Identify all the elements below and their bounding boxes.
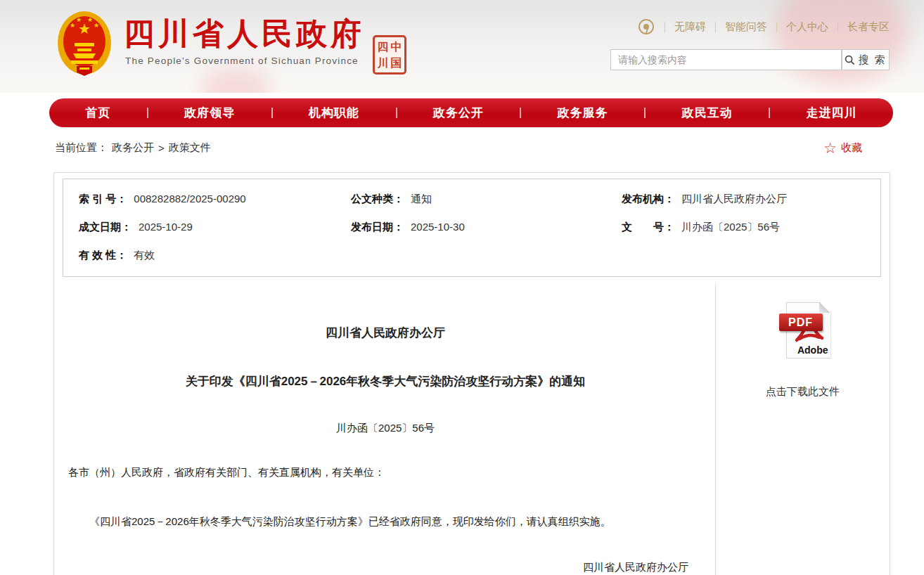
- nav-separator: [520, 108, 521, 118]
- breadcrumb-label: 当前位置：: [55, 141, 108, 155]
- search-input[interactable]: [610, 49, 842, 70]
- sichuan-china-seal: 四 中 川 国: [373, 35, 406, 75]
- metadata-field-publish-date: 发布日期： 2025-10-30: [351, 221, 622, 234]
- svg-text:★: ★: [78, 21, 91, 37]
- search-button[interactable]: 搜 索: [842, 49, 890, 70]
- metadata-field-written-date: 成文日期： 2025-10-29: [79, 221, 351, 234]
- site-title[interactable]: 四川省人民政府: [124, 17, 365, 51]
- background-watermark: [200, 69, 271, 93]
- main-navigation: 首页 政府领导 机构职能 政务公开 政务服务 政民互动 走进四川: [49, 98, 893, 127]
- pdf-file-icon[interactable]: Adobe PDF: [769, 302, 837, 360]
- metadata-field-document-type: 公文种类： 通知: [351, 193, 622, 206]
- field-value: 有效: [134, 249, 155, 262]
- breadcrumb: 当前位置： 政务公开 > 政策文件: [55, 141, 211, 155]
- document-panel: 索 引 号： 008282882/2025-00290 公文种类： 通知 发布机…: [53, 172, 890, 575]
- link-accessibility[interactable]: 无障碍: [674, 20, 706, 34]
- nav-item-government-affairs[interactable]: 政务公开: [433, 105, 484, 121]
- field-label: 发布机构：: [622, 193, 674, 206]
- nav-separator: [271, 108, 273, 118]
- field-label: 公文种类：: [351, 193, 404, 206]
- nav-item-institutional-functions[interactable]: 机构职能: [309, 105, 359, 121]
- nav-item-home[interactable]: 首页: [85, 105, 110, 121]
- field-value: 008282882/2025-00290: [134, 193, 245, 205]
- metadata-field-validity: 有 效 性： 有效: [79, 249, 351, 262]
- metadata-field-issuing-agency: 发布机构： 四川省人民政府办公厅: [622, 193, 880, 206]
- metadata-field-index-number: 索 引 号： 008282882/2025-00290: [79, 193, 351, 206]
- field-label: 成文日期：: [79, 221, 131, 234]
- seal-char: 国: [391, 58, 402, 69]
- link-smart-qa[interactable]: 智能问答: [725, 20, 767, 34]
- svg-text:★: ★: [76, 16, 82, 23]
- field-value: 2025-10-29: [139, 221, 193, 233]
- voice-accessibility-icon[interactable]: [639, 19, 654, 34]
- nav-separator: [396, 108, 397, 118]
- divider: [665, 22, 665, 32]
- search-bar: 搜 索: [610, 49, 890, 70]
- field-label: 有 效 性：: [79, 249, 127, 262]
- document-title: 关于印发《四川省2025－2026年秋冬季大气污染防治攻坚行动方案》的通知: [68, 373, 702, 389]
- utility-links: 无障碍 智能问答 个人中心 长者专区: [639, 19, 890, 34]
- link-senior-zone[interactable]: 长者专区: [847, 20, 890, 34]
- page: ★ ★ ★ ★ ★ 四川省人民政府 The People's Governmen…: [0, 0, 924, 575]
- nav-item-public-interaction[interactable]: 政民互动: [682, 105, 733, 121]
- seal-char: 四: [378, 41, 389, 53]
- download-sidebar: Adobe PDF 点击下载此文件: [715, 284, 890, 575]
- document-number: 川办函〔2025〕56号: [68, 422, 702, 435]
- document-signature: 四川省人民政府办公厅: [68, 561, 702, 574]
- svg-text:★: ★: [70, 22, 75, 29]
- favorite-button[interactable]: ☆ 收藏: [823, 141, 862, 155]
- metadata-row: 索 引 号： 008282882/2025-00290 公文种类： 通知 发布机…: [63, 185, 880, 213]
- search-button-label: 搜 索: [858, 53, 886, 67]
- field-value: 川办函〔2025〕56号: [681, 221, 780, 234]
- nav-separator: [147, 108, 148, 118]
- field-value: 2025-10-30: [411, 221, 465, 233]
- site-header: ★ ★ ★ ★ ★ 四川省人民政府 The People's Governmen…: [0, 0, 924, 93]
- breadcrumb-item-policy-documents[interactable]: 政策文件: [169, 141, 211, 155]
- field-label: 发布日期：: [351, 221, 404, 234]
- metadata-row: 有 效 性： 有效: [63, 241, 880, 269]
- svg-text:★: ★: [94, 22, 99, 29]
- download-file-link[interactable]: 点击下载此文件: [766, 385, 840, 399]
- nav-separator: [644, 108, 646, 118]
- svg-text:★: ★: [87, 16, 93, 23]
- document-metadata-table: 索 引 号： 008282882/2025-00290 公文种类： 通知 发布机…: [63, 179, 881, 277]
- nav-item-government-leaders[interactable]: 政府领导: [184, 105, 235, 121]
- divider: [776, 22, 777, 32]
- metadata-row: 成文日期： 2025-10-29 发布日期： 2025-10-30 文 号： 川…: [63, 213, 880, 241]
- link-personal-center[interactable]: 个人中心: [786, 20, 828, 34]
- divider: [838, 22, 838, 32]
- document-salutation: 各市（州）人民政府，省政府有关部门、有关直属机构，有关单位：: [68, 466, 702, 479]
- divider: [715, 22, 716, 32]
- favorite-label: 收藏: [841, 141, 862, 155]
- field-value: 四川省人民政府办公厅: [681, 193, 787, 206]
- star-icon: ☆: [823, 141, 837, 155]
- search-icon: [845, 55, 855, 65]
- field-label: 文 号：: [622, 221, 674, 234]
- adobe-brand-label: Adobe: [797, 344, 828, 356]
- document-content: 四川省人民政府办公厅 关于印发《四川省2025－2026年秋冬季大气污染防治攻坚…: [54, 284, 715, 575]
- background-watermark: [774, 0, 907, 84]
- breadcrumb-item-government-affairs[interactable]: 政务公开: [112, 141, 154, 155]
- seal-char: 川: [378, 58, 389, 69]
- field-value: 通知: [411, 193, 432, 206]
- metadata-field-document-number: 文 号： 川办函〔2025〕56号: [622, 221, 880, 234]
- field-label: 索 引 号：: [79, 193, 127, 206]
- nav-separator: [769, 108, 770, 118]
- document-area: 四川省人民政府办公厅 关于印发《四川省2025－2026年秋冬季大气污染防治攻坚…: [54, 284, 890, 575]
- document-issuing-org: 四川省人民政府办公厅: [68, 325, 702, 341]
- national-emblem-logo[interactable]: ★ ★ ★ ★ ★: [56, 11, 113, 81]
- pdf-label-band: PDF: [779, 314, 823, 331]
- breadcrumb-row: 当前位置： 政务公开 > 政策文件 ☆ 收藏: [55, 141, 890, 155]
- nav-item-government-services[interactable]: 政务服务: [558, 105, 608, 121]
- nav-item-discover-sichuan[interactable]: 走进四川: [806, 105, 856, 121]
- document-body-paragraph: 《四川省2025－2026年秋冬季大气污染防治攻坚行动方案》已经省政府同意，现印…: [68, 513, 702, 530]
- page-fold-corner: [819, 303, 830, 313]
- site-subtitle-english: The People's Government of Sichuan Provi…: [125, 56, 359, 66]
- seal-char: 中: [391, 41, 402, 53]
- breadcrumb-separator: >: [158, 142, 165, 154]
